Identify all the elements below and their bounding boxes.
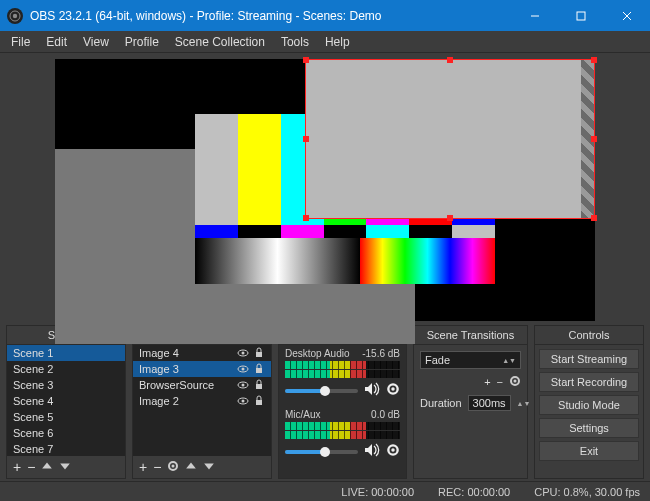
mixer-channel: Desktop Audio-15.6 dB <box>279 345 406 406</box>
channel-settings-button[interactable] <box>386 443 400 461</box>
preview-canvas[interactable] <box>55 59 595 321</box>
channel-name: Mic/Aux <box>285 409 321 420</box>
menu-profile[interactable]: Profile <box>118 33 166 51</box>
svg-rect-3 <box>577 12 585 20</box>
level-meter <box>285 370 400 378</box>
speaker-icon[interactable] <box>364 382 380 400</box>
channel-db: 0.0 dB <box>371 409 400 420</box>
svg-rect-11 <box>256 368 262 373</box>
titlebar: OBS 23.2.1 (64-bit, windows) - Profile: … <box>0 0 650 31</box>
scene-item[interactable]: Scene 5 <box>7 409 125 425</box>
updown-icon: ▲▼ <box>502 358 516 363</box>
close-button[interactable] <box>604 0 650 31</box>
lock-icon[interactable] <box>253 363 265 375</box>
source-down-button[interactable] <box>203 459 215 475</box>
lock-icon[interactable] <box>253 379 265 391</box>
svg-point-13 <box>242 384 245 387</box>
mixer-list: Desktop Audio-15.6 dBMic/Aux0.0 dB <box>279 345 406 478</box>
preview-area[interactable] <box>8 59 642 321</box>
control-button-studio-mode[interactable]: Studio Mode <box>539 395 639 415</box>
svg-point-23 <box>391 448 395 452</box>
svg-rect-14 <box>256 384 262 389</box>
lock-icon[interactable] <box>253 347 265 359</box>
level-meter <box>285 431 400 439</box>
svg-point-16 <box>242 400 245 403</box>
source-up-button[interactable] <box>185 459 197 475</box>
speaker-icon[interactable] <box>364 443 380 461</box>
status-cpu: CPU: 0.8%, 30.00 fps <box>534 486 640 498</box>
svg-rect-8 <box>256 352 262 357</box>
scene-item[interactable]: Scene 1 <box>7 345 125 361</box>
mixer-channel: Mic/Aux0.0 dB <box>279 406 406 467</box>
visibility-icon[interactable] <box>237 363 249 375</box>
transition-settings-button[interactable] <box>509 375 521 389</box>
menu-view[interactable]: View <box>76 33 116 51</box>
svg-point-1 <box>13 13 17 17</box>
scenes-list[interactable]: Scene 1Scene 2Scene 3Scene 4Scene 5Scene… <box>7 345 125 456</box>
control-button-start-streaming[interactable]: Start Streaming <box>539 349 639 369</box>
control-button-start-recording[interactable]: Start Recording <box>539 372 639 392</box>
app-icon <box>7 8 23 24</box>
transition-remove-button[interactable]: − <box>497 376 503 388</box>
scenes-panel: Scenes Scene 1Scene 2Scene 3Scene 4Scene… <box>6 325 126 479</box>
source-settings-button[interactable] <box>167 459 179 475</box>
scene-remove-button[interactable]: − <box>27 459 35 475</box>
status-live: LIVE: 00:00:00 <box>341 486 414 498</box>
source-item[interactable]: Image 2 <box>133 393 271 409</box>
source-remove-button[interactable]: − <box>153 459 161 475</box>
visibility-icon[interactable] <box>237 395 249 407</box>
maximize-button[interactable] <box>558 0 604 31</box>
scene-item[interactable]: Scene 3 <box>7 377 125 393</box>
scene-down-button[interactable] <box>59 459 71 475</box>
level-meter <box>285 422 400 430</box>
minimize-button[interactable] <box>512 0 558 31</box>
menu-edit[interactable]: Edit <box>39 33 74 51</box>
transitions-header: Scene Transitions <box>414 326 527 345</box>
source-item[interactable]: BrowserSource <box>133 377 271 393</box>
menu-help[interactable]: Help <box>318 33 357 51</box>
channel-db: -15.6 dB <box>362 348 400 359</box>
transition-add-button[interactable]: + <box>484 376 490 388</box>
visibility-icon[interactable] <box>237 347 249 359</box>
svg-point-7 <box>242 352 245 355</box>
menubar: File Edit View Profile Scene Collection … <box>0 31 650 53</box>
scene-add-button[interactable]: + <box>13 459 21 475</box>
menu-file[interactable]: File <box>4 33 37 51</box>
control-button-exit[interactable]: Exit <box>539 441 639 461</box>
channel-settings-button[interactable] <box>386 382 400 400</box>
updown-icon[interactable]: ▲▼ <box>517 401 531 406</box>
window-title: OBS 23.2.1 (64-bit, windows) - Profile: … <box>30 9 512 23</box>
scene-item[interactable]: Scene 7 <box>7 441 125 456</box>
transition-current: Fade <box>425 354 450 366</box>
scene-up-button[interactable] <box>41 459 53 475</box>
svg-point-10 <box>242 368 245 371</box>
transitions-panel: Scene Transitions Fade ▲▼ + − Duration 3… <box>413 325 528 479</box>
duration-input[interactable]: 300ms <box>468 395 511 411</box>
sources-list[interactable]: Image 4Image 3BrowserSourceImage 2 <box>133 345 271 456</box>
source-add-button[interactable]: + <box>139 459 147 475</box>
visibility-icon[interactable] <box>237 379 249 391</box>
svg-point-19 <box>172 465 175 468</box>
mixer-panel: Mixer Desktop Audio-15.6 dBMic/Aux0.0 dB <box>278 325 407 479</box>
duration-label: Duration <box>420 397 462 409</box>
status-rec: REC: 00:00:00 <box>438 486 510 498</box>
svg-point-21 <box>391 387 395 391</box>
volume-slider[interactable] <box>285 450 358 454</box>
scene-item[interactable]: Scene 4 <box>7 393 125 409</box>
menu-tools[interactable]: Tools <box>274 33 316 51</box>
lock-icon[interactable] <box>253 395 265 407</box>
svg-rect-17 <box>256 400 262 405</box>
volume-slider[interactable] <box>285 389 358 393</box>
source-item[interactable]: Image 3 <box>133 361 271 377</box>
transition-select[interactable]: Fade ▲▼ <box>420 351 521 369</box>
scene-item[interactable]: Scene 6 <box>7 425 125 441</box>
control-button-settings[interactable]: Settings <box>539 418 639 438</box>
sources-panel: Sources Image 4Image 3BrowserSourceImage… <box>132 325 272 479</box>
scene-item[interactable]: Scene 2 <box>7 361 125 377</box>
menu-scene-collection[interactable]: Scene Collection <box>168 33 272 51</box>
channel-name: Desktop Audio <box>285 348 350 359</box>
controls-header: Controls <box>535 326 643 345</box>
source-item[interactable]: Image 4 <box>133 345 271 361</box>
statusbar: LIVE: 00:00:00 REC: 00:00:00 CPU: 0.8%, … <box>0 481 650 501</box>
selection-box[interactable] <box>305 59 595 219</box>
